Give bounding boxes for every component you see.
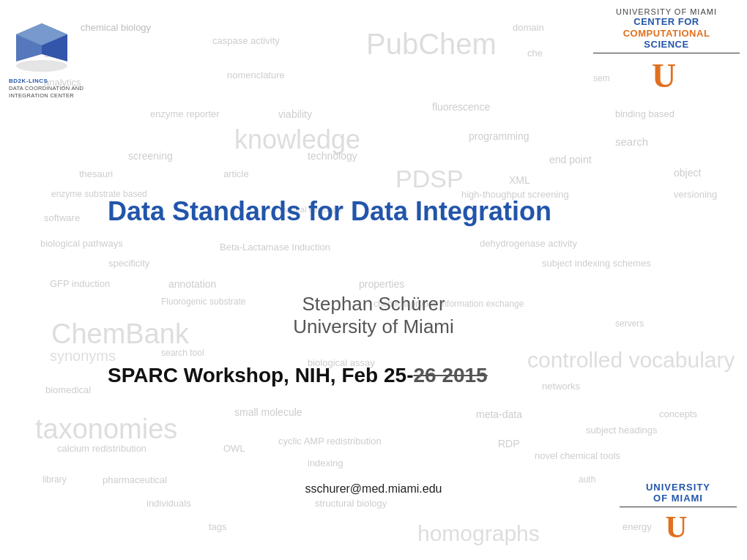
presenter-info: Stephan Schürer University of Miami (0, 293, 747, 338)
workshop-text-strike: 26 2015 (413, 364, 487, 387)
wordcloud-word: technology (308, 150, 357, 162)
wordcloud-word: meta-data (476, 408, 522, 420)
wordcloud-word: nomenclature (227, 70, 285, 81)
presenter-name: Stephan Schürer (0, 293, 747, 316)
wordcloud-word: GFP induction (50, 278, 110, 289)
wordcloud-word: calcium redistribution (57, 443, 146, 454)
wordcloud-word: caspase activity (212, 35, 280, 46)
wordcloud-word: domain (513, 22, 544, 33)
wordcloud-word: knowledge (234, 124, 360, 155)
wordcloud-word: cyclic AMP redistribution (278, 436, 382, 447)
slide: chemical biologycaspase activityPubChemd… (0, 0, 747, 560)
wordcloud-word: synonyms (50, 348, 116, 365)
wordcloud-word: thesauri (79, 168, 113, 179)
wordcloud-word: properties (359, 278, 404, 290)
bd2k-label: BD2K-LINCS DATA COORDINATION ANDINTEGRAT… (9, 78, 83, 100)
bottom-right-logo: UNIVERSITY OF MIAMI U (620, 482, 737, 545)
wordcloud-word: RDP (498, 438, 520, 449)
um-logo-icon: U (648, 56, 685, 93)
workshop-info: SPARC Workshop, NIH, Feb 25-26 2015 (108, 364, 488, 387)
wordcloud-word: biomedical (45, 384, 91, 395)
top-right-logo: UNIVERSITY OF MIAMI CENTER for COMPUTATI… (593, 7, 740, 96)
workshop-text-plain: SPARC Workshop, NIH, Feb 25- (108, 364, 413, 387)
top-left-logo: BD2K-LINCS DATA COORDINATION ANDINTEGRAT… (9, 9, 83, 100)
wordcloud-word: dehydrogenase activity (480, 238, 577, 249)
wordcloud-word: controlled vocabulary (527, 348, 735, 373)
wordcloud-word: taxonomies (35, 414, 177, 445)
wordcloud-word: programming (469, 130, 529, 142)
wordcloud-word: novel chemical tools (535, 450, 620, 461)
cube-icon (9, 9, 75, 75)
wordcloud-word: networks (542, 381, 580, 392)
wordcloud-word: concepts (659, 408, 697, 419)
svg-point-0 (16, 60, 67, 72)
wordcloud-word: end point (549, 154, 592, 165)
svg-text:U: U (665, 510, 687, 542)
main-title: Data Standards for Data Integration (108, 196, 747, 227)
wordcloud-word: che (527, 48, 543, 59)
wordcloud-word: fluorescence (432, 101, 490, 113)
wordcloud-word: subject indexing schemes (542, 258, 651, 269)
wordcloud-word: XML (509, 174, 530, 186)
um-bottom-logo-icon: U (662, 509, 695, 542)
wordcloud-word: OWL (223, 443, 245, 454)
wordcloud-word: PubChem (366, 28, 497, 61)
wordcloud-word: binding based (615, 108, 674, 119)
wordcloud-word: biological pathways (40, 238, 123, 249)
wordcloud-word: tags (209, 521, 227, 532)
wordcloud-word: search tool (161, 348, 204, 358)
wordcloud-word: screening (128, 150, 173, 162)
presenter-university: University of Miami (0, 316, 747, 338)
wordcloud-word: article (223, 168, 249, 179)
wordcloud-word: chemical biology (81, 22, 151, 33)
wordcloud-word: homographs (417, 521, 540, 546)
wordcloud-word: structural biology (315, 498, 387, 509)
wordcloud-word: enzyme reporter (150, 108, 220, 119)
wordcloud-word: annotation (168, 278, 216, 290)
wordcloud-word: specificity (108, 258, 149, 269)
wordcloud-word: subject headings (586, 425, 658, 436)
wordcloud-word: Beta-Lactamase Induction (220, 242, 330, 253)
wordcloud-word: individuals (146, 498, 191, 509)
wordcloud-word: software (44, 212, 80, 223)
wordcloud-word: PDSP (395, 165, 464, 193)
wordcloud-word: object (674, 167, 701, 179)
wordcloud-word: small molecule (234, 406, 302, 418)
wordcloud-word: indexing (308, 458, 343, 468)
wordcloud-word: search (615, 135, 648, 148)
wordcloud-word: viability (278, 108, 312, 120)
svg-text:U: U (652, 57, 676, 93)
